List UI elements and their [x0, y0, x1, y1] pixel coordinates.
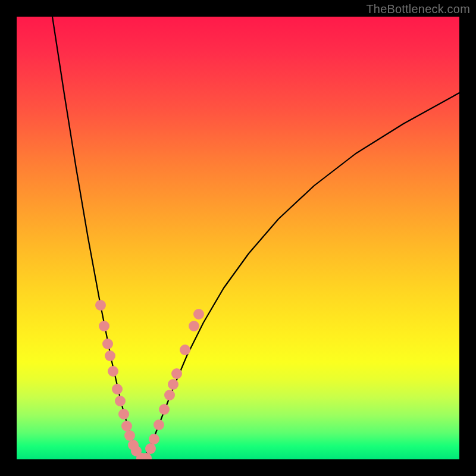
plot-area: [17, 17, 459, 459]
data-dot: [189, 321, 199, 331]
data-dot: [164, 390, 175, 400]
data-dot: [99, 321, 109, 331]
right-curve: [142, 93, 459, 459]
data-dot: [102, 339, 113, 349]
data-dot: [115, 396, 126, 406]
data-dot: [105, 350, 115, 361]
data-dot: [124, 430, 135, 441]
data-dot: [159, 404, 170, 415]
data-dot: [193, 309, 204, 320]
data-dot: [118, 409, 129, 419]
data-dot: [149, 434, 159, 444]
data-dot: [180, 345, 190, 355]
data-dot: [168, 379, 178, 390]
data-dot: [171, 368, 182, 379]
data-dot: [154, 419, 164, 430]
data-dot: [95, 300, 106, 311]
curve-layer: [17, 17, 459, 459]
data-dots: [95, 300, 204, 459]
chart-frame: TheBottleneck.com: [0, 0, 476, 476]
left-curve: [52, 17, 142, 459]
watermark-text: TheBottleneck.com: [366, 2, 470, 16]
bottleneck-curve: [52, 17, 459, 459]
data-dot: [145, 443, 156, 454]
data-dot: [112, 384, 123, 394]
data-dot: [121, 421, 132, 431]
data-dot: [108, 366, 118, 377]
